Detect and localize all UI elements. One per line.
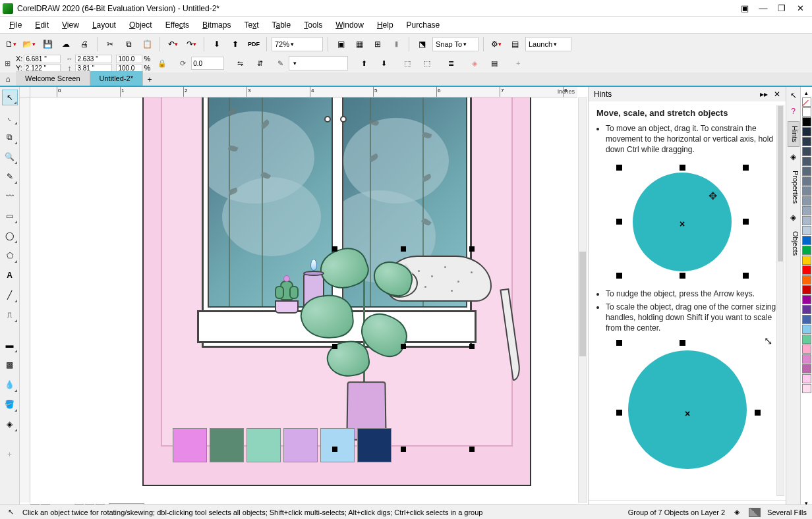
- palette-color[interactable]: [802, 196, 811, 205]
- rectangle-tool[interactable]: ▭: [2, 208, 18, 224]
- objects-icon[interactable]: ◈: [788, 211, 799, 223]
- artistic-media-tool[interactable]: 〰: [2, 188, 18, 204]
- parallel-dim-tool[interactable]: ╱: [2, 287, 18, 303]
- drawing-canvas[interactable]: [30, 97, 577, 503]
- launcher-icon[interactable]: ▤: [507, 36, 523, 52]
- fill-tool[interactable]: 🪣: [2, 396, 18, 412]
- freehand-tool[interactable]: ✎: [2, 169, 18, 184]
- palette-color[interactable]: [802, 236, 811, 245]
- palette-color[interactable]: [802, 127, 811, 136]
- palette-color[interactable]: [802, 305, 811, 314]
- menu-effects[interactable]: Effects: [159, 19, 196, 31]
- palette-color[interactable]: [802, 167, 811, 176]
- crop-tool[interactable]: ⧉: [2, 129, 18, 145]
- palette-color[interactable]: [802, 335, 811, 344]
- menu-tools[interactable]: Tools: [297, 19, 329, 31]
- palette-color[interactable]: [802, 186, 811, 196]
- zoom-tool[interactable]: 🔍: [2, 149, 18, 165]
- palette-color[interactable]: [802, 295, 811, 304]
- drop-shadow-tool[interactable]: ▬: [2, 337, 18, 353]
- palette-color[interactable]: [802, 147, 811, 156]
- palette-color[interactable]: [802, 206, 811, 215]
- tab-welcome[interactable]: Welcome Screen: [16, 71, 90, 86]
- zoom-combo[interactable]: 72%▾: [272, 37, 323, 51]
- import-button[interactable]: ⬇: [209, 36, 225, 52]
- menu-object[interactable]: Object: [123, 19, 159, 31]
- plus-button[interactable]: +: [510, 55, 526, 71]
- copy-button[interactable]: ⧉: [121, 36, 136, 52]
- pdf-button[interactable]: PDF: [246, 36, 262, 52]
- mirror-v-button[interactable]: ⇵: [252, 55, 268, 71]
- horizontal-ruler[interactable]: inches 012345678: [30, 87, 577, 97]
- eyedropper-tool[interactable]: 💧: [2, 377, 18, 393]
- palette-up-button[interactable]: ▴: [805, 90, 808, 97]
- export-button[interactable]: ⬆: [227, 36, 243, 52]
- connector-tool[interactable]: ⎍: [2, 307, 18, 323]
- shape-tool[interactable]: ◟: [2, 109, 18, 125]
- menu-window[interactable]: Window: [329, 19, 370, 31]
- palette-color[interactable]: [802, 246, 811, 255]
- palette-color[interactable]: [802, 384, 811, 393]
- paste-button[interactable]: 📋: [139, 36, 155, 52]
- menu-help[interactable]: Help: [370, 19, 400, 31]
- menu-layout[interactable]: Layout: [86, 19, 123, 31]
- rulers-button[interactable]: ▦: [351, 36, 367, 52]
- docker-scrollbar[interactable]: [776, 105, 784, 496]
- palette-color[interactable]: [802, 117, 811, 126]
- side-tab-objects[interactable]: Objects: [788, 227, 799, 260]
- ellipse-tool[interactable]: ◯: [2, 228, 18, 244]
- notify-icon[interactable]: ▣: [736, 2, 754, 15]
- maximize-button[interactable]: ❐: [772, 2, 791, 15]
- minimize-button[interactable]: —: [754, 2, 772, 15]
- side-tab-hints[interactable]: Hints: [788, 121, 799, 147]
- wrap-button[interactable]: ≣: [443, 55, 459, 71]
- object-properties-button[interactable]: ▤: [486, 55, 502, 71]
- plus-tool[interactable]: +: [2, 447, 18, 462]
- grid-button[interactable]: ⊞: [370, 36, 386, 52]
- front-button[interactable]: ⬆: [356, 55, 372, 71]
- print-button[interactable]: 🖨: [76, 36, 92, 52]
- fill-preview[interactable]: [749, 508, 761, 517]
- snap-off-button[interactable]: ⬔: [414, 36, 430, 52]
- new-button[interactable]: 🗋▾: [3, 36, 18, 52]
- palette-color[interactable]: [802, 354, 811, 364]
- snap-to-combo[interactable]: Snap To▾: [432, 37, 478, 51]
- transparency-tool[interactable]: ▩: [2, 357, 18, 373]
- menu-table[interactable]: Table: [266, 19, 298, 31]
- guides-button[interactable]: ⫴: [388, 36, 404, 52]
- new-tab-button[interactable]: +: [143, 74, 156, 86]
- tab-document[interactable]: Untitled-2*: [90, 71, 143, 86]
- ruler-corner[interactable]: [20, 87, 30, 97]
- rotation-input[interactable]: [191, 57, 224, 70]
- docker-close-button[interactable]: ✕: [774, 90, 780, 99]
- side-tab-properties[interactable]: Properties: [788, 167, 799, 207]
- palette-color[interactable]: [802, 374, 811, 383]
- palette-color[interactable]: [802, 265, 811, 275]
- palette-color[interactable]: [802, 344, 811, 354]
- palette-color[interactable]: [802, 157, 811, 166]
- menu-edit[interactable]: Edit: [28, 19, 55, 31]
- menu-view[interactable]: View: [55, 19, 86, 31]
- save-button[interactable]: 💾: [40, 36, 55, 52]
- text-tool[interactable]: A: [2, 267, 18, 283]
- docker-collapse-button[interactable]: ▸▸: [760, 90, 768, 99]
- open-button[interactable]: 📂▾: [21, 36, 37, 52]
- palette-color[interactable]: [802, 226, 811, 235]
- palette-color[interactable]: [802, 275, 811, 285]
- lock-ratio-button[interactable]: 🔒: [154, 55, 170, 71]
- menu-file[interactable]: File: [3, 19, 28, 31]
- redo-button[interactable]: ↷▾: [183, 36, 199, 52]
- x-input[interactable]: [24, 55, 61, 63]
- palette-color[interactable]: [802, 256, 811, 265]
- palette-color[interactable]: [802, 137, 811, 146]
- launch-combo[interactable]: Launch▾: [525, 37, 571, 51]
- palette-color[interactable]: [802, 107, 811, 117]
- options-button[interactable]: ⚙▾: [488, 36, 504, 52]
- home-icon[interactable]: ⌂: [0, 72, 16, 86]
- pick-tool[interactable]: ↖: [2, 90, 18, 105]
- palette-color[interactable]: [802, 216, 811, 225]
- fullscreen-button[interactable]: ▣: [333, 36, 349, 52]
- close-button[interactable]: ✕: [791, 2, 809, 15]
- outline-tool[interactable]: ◈: [2, 416, 18, 432]
- undo-button[interactable]: ↶▾: [165, 36, 181, 52]
